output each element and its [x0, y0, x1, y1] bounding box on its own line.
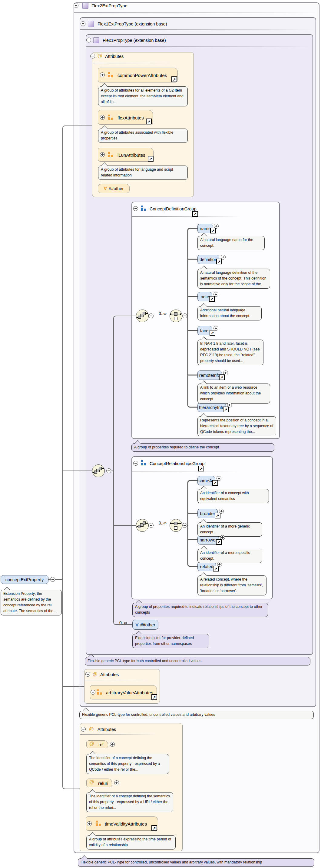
collapse-button[interactable]	[106, 468, 111, 473]
link-arrow-icon[interactable]: ↗	[209, 296, 215, 302]
link-arrow-icon[interactable]: ↗	[219, 374, 225, 380]
annotation: Represents the position of a concept in …	[198, 416, 276, 436]
header-separator	[80, 734, 156, 735]
choice-compositor-icon[interactable]	[170, 310, 182, 322]
attr-group-label: i18nAttributes	[117, 153, 145, 158]
annotation: The identifier of a concept defining the…	[86, 754, 169, 774]
link-arrow-icon[interactable]: ↗	[151, 825, 157, 831]
flex1prop-title: Flex1PropType (extension base)	[103, 38, 166, 43]
attr-group-label: timeValidityAttributes	[105, 821, 147, 827]
collapse-button[interactable]	[182, 523, 187, 528]
attr-group-label: flexAttributes	[117, 115, 144, 120]
expand-button[interactable]	[87, 821, 92, 826]
header-separator	[85, 680, 148, 680]
element-conceptExtProperty[interactable]: conceptExtProperty	[1, 575, 48, 584]
any-wildcard-icon: ∀	[135, 622, 138, 627]
flex2-title: Flex2ExtPropType	[92, 3, 127, 8]
wildcard-label: ##other	[109, 186, 123, 191]
attribute-at-icon: @	[98, 53, 102, 59]
expand-button[interactable]	[114, 780, 119, 785]
annotation: The identifier of a concept defining the…	[86, 792, 173, 812]
expand-button[interactable]	[110, 742, 115, 747]
choice-compositor-icon[interactable]	[170, 519, 182, 532]
annotation: A natural language name for the concept.	[198, 236, 265, 250]
collapse-button[interactable]	[86, 38, 91, 42]
expand-button[interactable]	[100, 152, 105, 157]
collapse-button[interactable]	[74, 3, 78, 8]
attributes-title: Attributes	[100, 672, 119, 677]
collapse-button[interactable]	[80, 21, 85, 26]
annotation: An identifier of a concept with equivale…	[198, 489, 269, 503]
collapse-button[interactable]	[149, 523, 153, 528]
annotation: An identifier of a more specific concept…	[198, 549, 262, 563]
link-arrow-icon[interactable]: ↗	[213, 566, 219, 571]
cardinality-label: 0..∞	[119, 620, 127, 625]
element-group-icon	[141, 206, 146, 211]
element-hierarchyInfo[interactable]: hierarchyInfo	[198, 403, 226, 412]
collapse-button[interactable]	[149, 313, 153, 318]
any-wildcard-icon: ∀	[104, 186, 107, 191]
link-arrow-icon[interactable]: ↗	[148, 156, 153, 162]
collapse-button[interactable]	[133, 461, 138, 466]
element-remoteInfo[interactable]: remoteInfo	[198, 371, 222, 380]
collapse-button[interactable]	[90, 54, 95, 59]
crg-caption: A group of properites required to indica…	[132, 603, 268, 617]
link-arrow-icon[interactable]: ↗	[210, 330, 215, 336]
link-arrow-icon[interactable]: ↗	[171, 76, 177, 82]
attribute-at-icon: @	[90, 741, 94, 746]
link-arrow-icon[interactable]: ↗	[192, 211, 198, 217]
attribute-at-icon: @	[89, 726, 94, 732]
link-arrow-icon[interactable]: ↗	[216, 258, 222, 265]
header-separator	[80, 29, 316, 30]
header-separator	[132, 216, 241, 217]
collapse-button[interactable]	[50, 577, 55, 582]
attribute-group-icon	[108, 72, 113, 78]
annotation: A related concept, where the relationshi…	[198, 576, 266, 595]
attribute-at-icon: @	[93, 672, 98, 677]
header-separator	[93, 63, 171, 63]
header-separator	[132, 471, 241, 471]
annotation: In NAR 1.8 and later, facet is deprecate…	[198, 340, 263, 365]
annotation: An identifier of a more generic concept.	[198, 522, 262, 537]
collapse-button[interactable]	[133, 206, 138, 211]
annotation: A group of attributes for all elements o…	[98, 86, 188, 106]
schema-diagram: Flex2ExtPropType Flex1ExtPropType (exten…	[0, 0, 321, 868]
attribute-wildcard[interactable]: ∀ ##other	[98, 184, 130, 193]
cardinality-label: 0..∞	[159, 521, 167, 525]
collapse-button[interactable]	[85, 672, 90, 677]
cdg-title: ConceptDefinitionGroup	[150, 207, 197, 211]
wildcard-label: ##other	[141, 622, 155, 627]
sequence-compositor-icon[interactable]	[136, 310, 149, 322]
link-arrow-icon[interactable]: ↗	[223, 407, 229, 412]
link-arrow-icon[interactable]: ↗	[151, 694, 157, 700]
element-wildcard[interactable]: ∀ ##other	[132, 620, 158, 630]
flex1ext-title: Flex1ExtPropType (extension base)	[98, 22, 167, 26]
link-arrow-icon[interactable]: ↗	[210, 228, 216, 234]
attribute-group-icon	[108, 152, 113, 158]
expand-button[interactable]	[100, 72, 105, 77]
link-arrow-icon[interactable]: ↗	[216, 539, 222, 545]
collapse-button[interactable]	[182, 313, 187, 318]
attr-group-label: arbitraryValueAttributes	[106, 690, 153, 695]
element-group-icon	[141, 460, 146, 466]
sequence-compositor-icon[interactable]	[92, 464, 105, 477]
link-arrow-icon[interactable]: ↗	[146, 119, 152, 124]
sequence-compositor-icon[interactable]	[136, 519, 149, 532]
complex-type-icon	[82, 3, 88, 9]
annotation: Extension Property; the semantics are de…	[1, 590, 62, 616]
attribute-at-icon: @	[90, 779, 94, 785]
annotation: Additional natural language information …	[198, 306, 262, 320]
header-separator	[74, 12, 319, 13]
flex1ext-caption: Flexible generic PCL-type for controlled…	[79, 711, 314, 719]
annotation: A group of attributes for language and s…	[98, 165, 188, 180]
expand-button[interactable]	[91, 690, 96, 694]
link-arrow-icon[interactable]: ↗	[212, 480, 218, 486]
annotation: A group of attributes associated with fl…	[98, 128, 188, 143]
link-arrow-icon[interactable]: ↗	[199, 466, 204, 471]
link-arrow-icon[interactable]: ↗	[215, 513, 220, 519]
complex-type-icon	[93, 37, 99, 43]
expand-button[interactable]	[100, 115, 105, 120]
collapse-button[interactable]	[81, 727, 86, 732]
wildcard-caption: Extension point for provider-defined pro…	[132, 634, 209, 648]
header-separator	[86, 46, 313, 47]
